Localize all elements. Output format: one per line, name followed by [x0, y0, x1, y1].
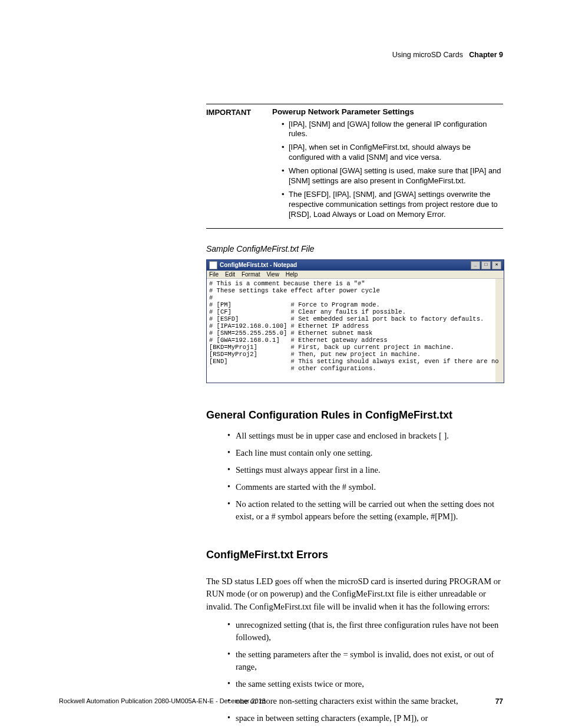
notepad-icon [209, 261, 217, 269]
figure-caption: Sample ConfigMeFirst.txt File [206, 244, 503, 253]
close-icon[interactable]: × [492, 261, 501, 269]
important-list: [IPA], [SNM] and [GWA] follow the genera… [272, 120, 503, 220]
important-label: IMPORTANT [206, 107, 272, 223]
list-item: the setting parameters after the = symbo… [227, 648, 503, 673]
list-item: All settings must be in upper case and e… [227, 430, 503, 442]
menu-help[interactable]: Help [286, 271, 298, 278]
errors-paragraph: The SD status LED goes off when the micr… [206, 575, 503, 612]
list-item: [IPA], when set in ConfigMeFirst.txt, sh… [282, 143, 503, 163]
list-item: No action related to the setting will be… [227, 498, 503, 523]
publication-id: Rockwell Automation Publication 2080-UM0… [59, 697, 266, 706]
header-chapter: Chapter 9 [469, 51, 503, 59]
list-item: Each line must contain only one setting. [227, 447, 503, 459]
section-heading-errors: ConfigMeFirst.txt Errors [206, 549, 503, 561]
maximize-icon[interactable]: □ [481, 261, 491, 269]
notepad-textarea[interactable]: # This is a comment because there is a "… [207, 279, 504, 383]
notepad-titlebar: ConfigMeFirst.txt - Notepad _ □ × [207, 260, 504, 271]
list-item: The [ESFD], [IPA], [SNM], and [GWA] sett… [282, 190, 503, 220]
list-item: [IPA], [SNM] and [GWA] follow the genera… [282, 120, 503, 140]
list-item: Comments are started with the # symbol. [227, 481, 503, 493]
page-footer: Rockwell Automation Publication 2080-UM0… [59, 697, 503, 706]
list-item: space in between setting characters (exa… [227, 712, 503, 724]
list-item: unrecognized setting (that is, the first… [227, 619, 503, 644]
important-callout: IMPORTANT Powerup Network Parameter Sett… [206, 104, 503, 229]
header-section: Using microSD Cards [392, 51, 463, 59]
menu-view[interactable]: View [266, 271, 279, 278]
general-rules-list: All settings must be in upper case and e… [206, 430, 503, 523]
page-number: 77 [495, 697, 503, 706]
important-heading: Powerup Network Parameter Settings [272, 107, 503, 117]
list-item: Settings must always appear first in a l… [227, 464, 503, 476]
errors-list: unrecognized setting (that is, the first… [206, 619, 503, 724]
list-item: the same setting exists twice or more, [227, 678, 503, 690]
menu-format[interactable]: Format [242, 271, 260, 278]
menu-edit[interactable]: Edit [225, 271, 235, 278]
notepad-window: ConfigMeFirst.txt - Notepad _ □ × File E… [206, 259, 504, 384]
minimize-icon[interactable]: _ [471, 261, 480, 269]
notepad-title-text: ConfigMeFirst.txt - Notepad [220, 262, 297, 268]
menu-file[interactable]: File [209, 271, 219, 278]
notepad-menubar: File Edit Format View Help [207, 271, 504, 279]
window-controls: _ □ × [471, 261, 501, 269]
list-item: When optional [GWA] setting is used, mak… [282, 166, 503, 186]
section-heading-general-rules: General Configuration Rules in ConfigMeF… [206, 409, 503, 421]
running-header: Using microSD Cards Chapter 9 [392, 51, 503, 59]
